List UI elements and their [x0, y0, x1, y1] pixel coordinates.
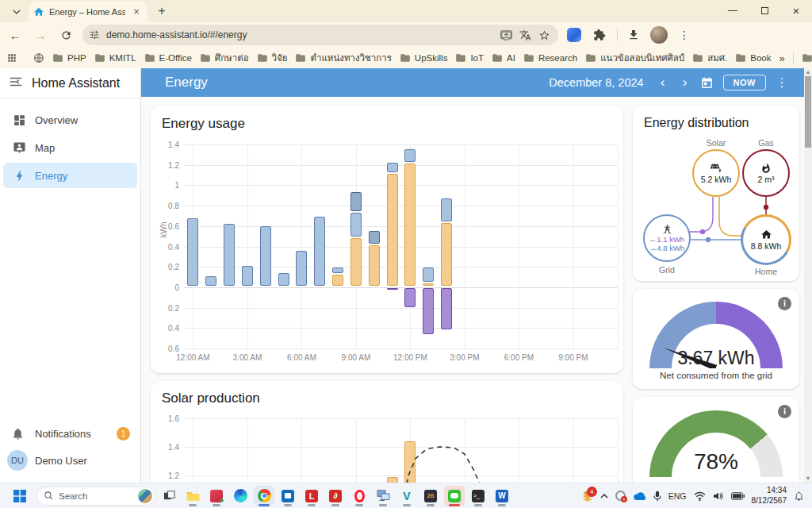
bookmark-folder[interactable]: KMITL	[94, 52, 136, 64]
solar-y-tick: 1.6	[168, 414, 179, 423]
back-button[interactable]: ←	[5, 25, 25, 45]
grid-node[interactable]: ←1.1 kWh →4.8 kWh	[643, 214, 691, 262]
file-explorer-icon[interactable]	[182, 486, 203, 506]
usage-y-tick: 0.2	[168, 303, 179, 312]
solar-node[interactable]: 5.2 kWh	[692, 149, 740, 197]
volume-icon[interactable]	[713, 491, 724, 501]
next-period-button[interactable]: ›	[674, 71, 696, 94]
bookmark-folder[interactable]: ตำแหน่งทางวิชาการ	[295, 51, 391, 65]
sidebar: Home Assistant OverviewMapEnergy Notific…	[0, 68, 141, 483]
onedrive-icon[interactable]	[633, 491, 646, 501]
tab-search-button[interactable]	[6, 5, 27, 19]
all-bookmarks-folder[interactable]: All Bookmarks	[802, 52, 812, 64]
prev-period-button[interactable]: ‹	[652, 71, 674, 94]
bookmarks-overflow-chevron[interactable]: »	[779, 52, 785, 64]
folder-icon	[692, 52, 703, 64]
foxit-app-icon[interactable]: ∂	[325, 486, 346, 506]
chrome-icon[interactable]	[254, 486, 274, 506]
bookmark-folder[interactable]: IoT	[455, 52, 484, 64]
new-tab-button[interactable]: +	[152, 2, 171, 21]
profile-avatar[interactable]	[649, 25, 668, 44]
battery-icon[interactable]	[731, 492, 745, 500]
usage-bar-solar	[423, 283, 434, 286]
now-button[interactable]: NOW	[723, 75, 766, 90]
sync-error-icon[interactable]: ×	[615, 491, 626, 501]
bookmark-folder[interactable]: Research	[523, 52, 577, 64]
forward-button[interactable]: →	[30, 25, 51, 45]
sidebar-item-overview[interactable]: Overview	[3, 107, 137, 133]
energy-distribution-card: Energy distribution Solar Gas 5.2 kWh 2 …	[633, 106, 799, 281]
browser-menu-kebab-icon[interactable]: ⋮	[675, 25, 694, 44]
usage-x-tick: 6:00 AM	[287, 353, 316, 362]
window-close-button[interactable]: ×	[780, 0, 812, 21]
wifi-icon[interactable]	[694, 491, 706, 501]
bookmark-globe-icon[interactable]	[33, 52, 44, 64]
solar-panel-icon	[710, 163, 722, 174]
bookmark-folder[interactable]: ศึกษาต่อ	[200, 51, 249, 65]
app-title: Home Assistant	[32, 76, 120, 90]
send-to-device-icon[interactable]	[498, 27, 514, 43]
window-maximize-button[interactable]	[749, 0, 780, 21]
bookmark-folder[interactable]: E-Office	[144, 52, 192, 64]
line-app-icon[interactable]	[444, 486, 465, 506]
microsoft-store-icon[interactable]	[278, 486, 298, 506]
site-settings-icon[interactable]	[89, 29, 100, 40]
browser-tab[interactable]: Energy – Home Assistant ×	[29, 2, 147, 22]
date-label[interactable]: December 8, 2024	[549, 76, 643, 89]
bookmark-folder[interactable]: วิจัย	[257, 51, 288, 65]
address-bar[interactable]: demo.home-assistant.io/#/energy	[82, 25, 558, 45]
opera-icon[interactable]	[349, 486, 370, 506]
sidebar-item-map[interactable]: Map	[3, 135, 137, 160]
scrollbar-down-arrow[interactable]: ▼	[804, 475, 812, 483]
gas-node[interactable]: 2 m³	[742, 149, 790, 197]
solar-card-title: Solar production	[151, 381, 623, 406]
tray-chevron-icon[interactable]	[600, 494, 608, 498]
scrollbar-up-arrow[interactable]: ▲	[804, 68, 812, 76]
translate-icon[interactable]	[517, 27, 533, 43]
sidebar-item-profile[interactable]: DU Demo User	[0, 448, 141, 473]
sidebar-item-energy[interactable]: Energy	[3, 163, 137, 188]
solar-y-tick: 1.4	[168, 443, 179, 452]
sidebar-item-notifications[interactable]: Notifications 1	[0, 421, 141, 446]
energy-usage-card: Energy usage kWh 1.41.210.80.60.40.200.2…	[151, 106, 623, 373]
home-node[interactable]: 8.8 kWh	[741, 214, 791, 265]
tray-notification-app-icon[interactable]: 4	[582, 490, 593, 502]
terminal-icon[interactable]: >_	[468, 486, 488, 506]
word-icon[interactable]: W	[492, 486, 512, 506]
page-scrollbar[interactable]: ▲ ▼	[804, 68, 812, 483]
bookmark-star-icon[interactable]	[536, 27, 552, 43]
header-menu-kebab-icon[interactable]: ⋮	[771, 71, 793, 94]
bookmark-folder[interactable]: Book	[735, 52, 771, 64]
microphone-icon[interactable]	[653, 491, 661, 502]
ai-assistant-icon[interactable]	[565, 25, 584, 44]
lazada-app-icon[interactable]: L	[301, 486, 322, 506]
reload-button[interactable]	[56, 25, 76, 45]
bookmark-folder[interactable]: AI	[492, 52, 515, 64]
extensions-puzzle-icon[interactable]	[590, 25, 609, 44]
calendar-app-icon[interactable]: 26	[420, 486, 441, 506]
pdf-app-icon[interactable]: +	[206, 486, 227, 506]
task-view-icon[interactable]	[159, 486, 179, 506]
apps-grid-icon[interactable]	[6, 52, 17, 64]
bookmark-folder[interactable]: UpSkills	[400, 52, 448, 64]
remote-desktop-icon[interactable]	[373, 486, 393, 506]
start-button[interactable]	[10, 486, 30, 506]
scrollbar-thumb[interactable]	[805, 76, 811, 148]
taskbar-search-box[interactable]: Search	[36, 487, 155, 506]
bookmark-folder[interactable]: แนวข้อสอบนิเทศศิลป์	[585, 51, 684, 65]
search-daily-image[interactable]	[138, 489, 152, 503]
bookmark-folder[interactable]: สมศ.	[692, 51, 727, 65]
downloads-icon[interactable]	[624, 25, 643, 44]
bookmark-folder[interactable]: PHP	[52, 52, 86, 64]
tab-close-icon[interactable]: ×	[130, 6, 143, 18]
window-minimize-button[interactable]: —	[717, 0, 749, 21]
calendar-icon[interactable]	[696, 71, 718, 94]
taskbar-clock[interactable]: 14:34 8/12/2567	[752, 486, 787, 506]
notification-bell-icon[interactable]	[794, 491, 804, 502]
language-indicator[interactable]: ENG	[668, 491, 687, 501]
net-grid-gauge-value: 3.67 kWh	[633, 348, 799, 369]
edge-icon[interactable]	[230, 486, 251, 506]
usage-bar-return	[441, 288, 452, 329]
sidebar-toggle-icon[interactable]	[0, 76, 32, 90]
visual-paradigm-icon[interactable]: V	[396, 486, 417, 506]
